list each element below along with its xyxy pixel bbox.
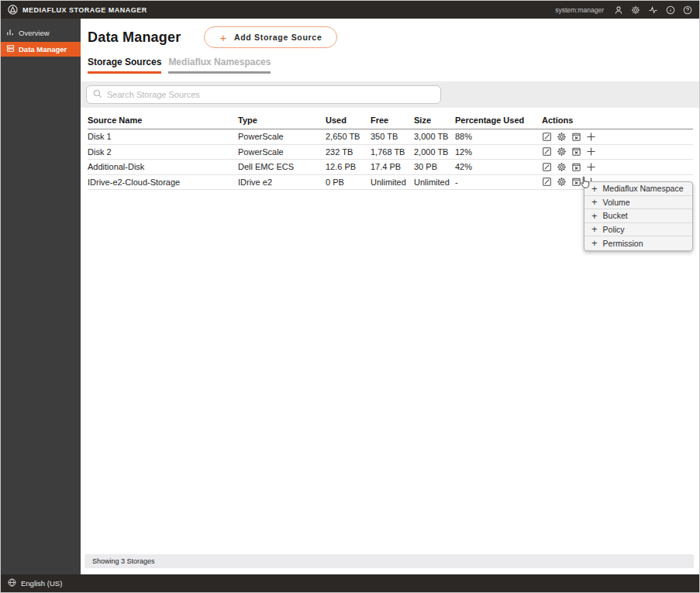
storage-sources-table: Source Name Type Used Free Size Percenta… — [88, 112, 693, 190]
cell-used: 232 TB — [326, 147, 371, 157]
cell-source-name: IDrive-e2-Cloud-Storage — [88, 178, 238, 187]
add-storage-source-label: Add Storage Source — [234, 33, 322, 42]
status-text: Showing 3 Storages — [92, 557, 155, 565]
cell-used: 12.6 PB — [326, 162, 371, 171]
cell-size: 2,000 TB — [414, 147, 455, 157]
plus-icon: + — [591, 224, 598, 234]
cell-free: Unlimited — [371, 178, 414, 187]
menu-item-policy[interactable]: + Policy — [584, 223, 692, 237]
cell-used: 2,650 TB — [326, 132, 371, 141]
cell-type: Dell EMC ECS — [238, 162, 326, 171]
configure-gear-icon[interactable] — [557, 162, 567, 172]
status-bar: Showing 3 Storages — [84, 554, 694, 568]
cell-size: 3,000 TB — [414, 132, 455, 141]
cell-free: 350 TB — [371, 132, 414, 141]
sidebar: Overview Data Manager — [1, 19, 81, 574]
menu-item-label: Bucket — [603, 211, 628, 220]
add-icon[interactable] — [586, 162, 596, 172]
cell-size: 30 PB — [414, 162, 455, 171]
settings-gear-icon[interactable] — [631, 5, 640, 15]
row-actions — [542, 132, 693, 142]
add-storage-source-button[interactable]: + Add Storage Source — [204, 26, 337, 48]
cell-type: PowerScale — [238, 132, 326, 141]
mediaflux-logo-icon — [8, 5, 18, 15]
bar-chart-icon — [6, 28, 15, 38]
language-label[interactable]: English (US) — [21, 579, 62, 588]
col-header-used: Used — [326, 115, 371, 125]
col-header-actions: Actions — [542, 115, 693, 125]
configure-gear-icon[interactable] — [557, 177, 567, 187]
col-header-type: Type — [238, 115, 326, 125]
cell-type: IDrive e2 — [238, 178, 326, 187]
menu-item-label: Policy — [603, 225, 625, 234]
delete-icon[interactable] — [571, 132, 581, 142]
sidebar-item-data-manager[interactable]: Data Manager — [1, 42, 81, 57]
configure-gear-icon[interactable] — [557, 132, 567, 142]
sidebar-item-label: Overview — [19, 29, 50, 37]
menu-item-label: Volume — [603, 198, 630, 207]
edit-icon[interactable] — [542, 162, 552, 172]
plus-icon: + — [591, 184, 598, 194]
table-header-row: Source Name Type Used Free Size Percenta… — [88, 112, 693, 129]
sidebar-item-overview[interactable]: Overview — [1, 26, 81, 40]
col-header-percentage-used: Percentage Used — [455, 115, 542, 125]
menu-item-permission[interactable]: + Permission — [584, 236, 692, 250]
plus-icon: + — [591, 238, 598, 248]
menu-item-bucket[interactable]: + Bucket — [584, 209, 692, 223]
menu-item-label: Mediaflux Namespace — [603, 184, 684, 193]
cell-type: PowerScale — [238, 147, 326, 157]
activity-icon[interactable] — [648, 5, 658, 15]
cell-free: 17.4 PB — [371, 162, 414, 171]
delete-icon[interactable] — [571, 162, 581, 172]
cell-percentage-used: 88% — [455, 132, 542, 141]
search-input[interactable] — [107, 90, 434, 99]
page-title: Data Manager — [88, 29, 181, 46]
main-content: Data Manager + Add Storage Source Storag… — [81, 19, 699, 574]
cell-percentage-used: - — [455, 178, 542, 187]
help-icon[interactable] — [683, 5, 692, 15]
menu-item-label: Permission — [603, 239, 643, 248]
menu-item-mediaflux-namespace[interactable]: + Mediaflux Namespace — [584, 182, 692, 196]
info-icon[interactable] — [666, 5, 675, 15]
plus-icon: + — [219, 32, 226, 43]
menu-item-volume[interactable]: + Volume — [584, 196, 692, 210]
server-icon — [6, 44, 15, 54]
globe-icon — [8, 578, 16, 588]
cell-source-name: Disk 2 — [88, 147, 238, 157]
col-header-size: Size — [414, 115, 455, 125]
table-row: Additional-Disk Dell EMC ECS 12.6 PB 17.… — [88, 160, 693, 175]
tab-bar: Storage Sources Mediaflux Namespaces — [88, 57, 693, 74]
table-row: Disk 1 PowerScale 2,650 TB 350 TB 3,000 … — [88, 129, 693, 145]
add-dropdown-menu: + Mediaflux Namespace + Volume + Bucket … — [584, 181, 693, 251]
configure-gear-icon[interactable] — [557, 147, 567, 157]
cell-source-name: Disk 1 — [88, 132, 238, 141]
tab-mediaflux-namespaces[interactable]: Mediaflux Namespaces — [168, 57, 271, 74]
search-box[interactable] — [86, 85, 441, 104]
cell-percentage-used: 12% — [455, 147, 542, 157]
bottom-bar: English (US) — [1, 574, 699, 592]
delete-icon[interactable] — [571, 147, 581, 157]
search-band — [81, 81, 699, 108]
cell-free: 1,768 TB — [371, 147, 414, 157]
add-icon[interactable] — [586, 147, 596, 157]
plus-icon: + — [591, 197, 598, 207]
cell-size: Unlimited — [414, 178, 455, 187]
row-actions — [542, 147, 693, 157]
cell-used: 0 PB — [326, 178, 371, 187]
user-icon[interactable] — [614, 5, 623, 15]
col-header-source-name: Source Name — [88, 115, 238, 125]
col-header-free: Free — [371, 115, 414, 125]
app-title: MEDIAFLUX STORAGE MANAGER — [22, 6, 147, 14]
app-window: MEDIAFLUX STORAGE MANAGER system:manager — [0, 0, 700, 593]
add-icon[interactable] — [586, 132, 596, 142]
cell-percentage-used: 42% — [455, 162, 542, 171]
table-row: Disk 2 PowerScale 232 TB 1,768 TB 2,000 … — [88, 145, 693, 160]
sidebar-item-label: Data Manager — [19, 45, 67, 53]
edit-icon[interactable] — [542, 132, 552, 142]
edit-icon[interactable] — [542, 147, 552, 157]
edit-icon[interactable] — [542, 177, 552, 187]
tab-storage-sources[interactable]: Storage Sources — [88, 57, 161, 74]
top-bar: MEDIAFLUX STORAGE MANAGER system:manager — [1, 1, 699, 19]
cell-source-name: Additional-Disk — [88, 162, 238, 171]
delete-icon[interactable] — [571, 177, 581, 187]
